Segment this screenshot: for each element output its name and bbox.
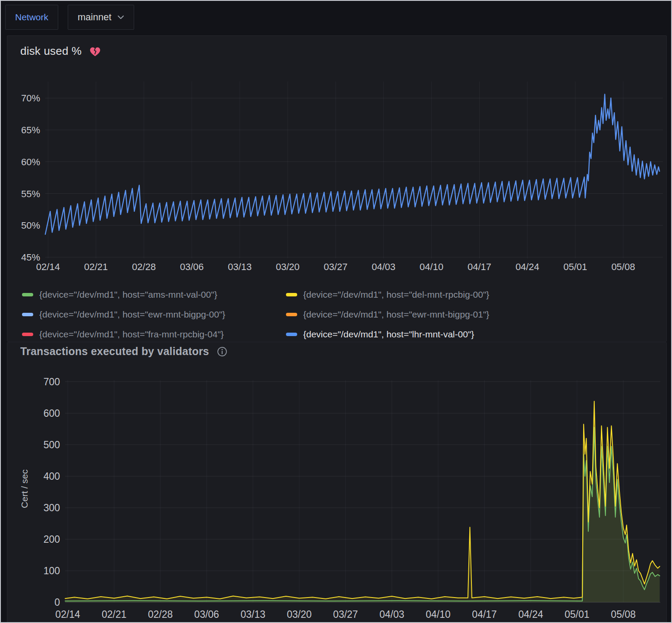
tx-by-validators-plot: 02/1402/2102/2803/0603/1303/2003/2704/03… xyxy=(7,370,666,623)
series-line xyxy=(65,428,660,601)
panel-disk-used-header: disk used % xyxy=(7,36,666,58)
x-tick-label: 03/06 xyxy=(194,609,219,620)
x-tick-label: 03/20 xyxy=(287,609,312,620)
panel-disk-used-title[interactable]: disk used % xyxy=(20,44,82,58)
x-tick-label: 04/10 xyxy=(420,261,443,272)
x-tick-label: 02/28 xyxy=(148,609,173,620)
series-line xyxy=(45,94,659,235)
x-tick-label: 04/17 xyxy=(472,609,497,620)
legend-series-label: {device="/dev/md1", host="ewr-mnt-bigpg-… xyxy=(39,309,225,320)
panel-transactions: Transactions executed by validators 02/1… xyxy=(7,342,667,623)
legend-series-label: {device="/dev/md1", host="del-mnt-rpcbig… xyxy=(303,289,489,300)
x-tick-label: 02/28 xyxy=(132,261,156,272)
y-tick-label: 0 xyxy=(54,597,60,608)
x-tick-label: 04/10 xyxy=(426,609,451,620)
chevron-down-icon[interactable] xyxy=(117,15,124,19)
y-tick-label: 500 xyxy=(44,439,60,450)
legend-item[interactable]: {device="/dev/md1", host="ams-mnt-val-00… xyxy=(22,285,286,305)
network-variable-dropdown[interactable]: mainnet xyxy=(68,5,134,30)
legend-series-label: {device="/dev/md1", host="ewr-mnt-bigpg-… xyxy=(303,309,489,320)
series-line xyxy=(65,401,660,599)
network-variable-label-box: Network xyxy=(5,5,58,30)
panel-transactions-header: Transactions executed by validators xyxy=(7,343,666,358)
legend-item[interactable]: {device="/dev/md1", host="ewr-mnt-bigpg-… xyxy=(22,305,286,324)
legend-series-dash xyxy=(22,333,33,336)
x-tick-label: 05/01 xyxy=(565,609,590,620)
x-tick-label: 04/17 xyxy=(468,261,491,272)
panel-transactions-title[interactable]: Transactions executed by validators xyxy=(20,345,209,358)
legend-series-label: {device="/dev/md1", host="ams-mnt-val-00… xyxy=(39,289,217,300)
broken-heart-icon xyxy=(89,46,101,57)
x-tick-label: 03/06 xyxy=(180,261,204,272)
legend-item[interactable]: {device="/dev/md1", host="fra-mnt-rpcbig… xyxy=(22,324,286,344)
legend-series-dash xyxy=(22,313,33,316)
y-tick-label: 200 xyxy=(44,534,60,545)
x-tick-label: 05/08 xyxy=(611,261,635,272)
y-axis-title: Cert / sec xyxy=(19,469,30,508)
x-tick-label: 02/14 xyxy=(36,261,60,272)
y-tick-label: 45% xyxy=(21,252,40,263)
legend-series-label: {device="/dev/md1", host="lhr-mnt-val-00… xyxy=(303,329,474,340)
legend-series-label: {device="/dev/md1", host="fra-mnt-rpcbig… xyxy=(39,329,224,340)
legend-item[interactable]: {device="/dev/md1", host="del-mnt-rpcbig… xyxy=(286,285,666,305)
info-circle-icon[interactable] xyxy=(217,346,227,357)
x-tick-label: 03/20 xyxy=(276,261,299,272)
y-tick-label: 100 xyxy=(44,565,60,576)
disk-legend: {device="/dev/md1", host="ams-mnt-val-00… xyxy=(7,285,666,344)
y-tick-label: 400 xyxy=(44,471,60,482)
x-tick-label: 05/01 xyxy=(563,261,587,272)
x-tick-label: 02/21 xyxy=(84,261,108,272)
disk-used-pct-plot: 02/1402/2102/2803/0603/1303/2003/2704/03… xyxy=(7,75,666,282)
y-tick-label: 70% xyxy=(21,93,40,104)
y-tick-label: 700 xyxy=(44,376,60,387)
grafana-dashboard: Network mainnet disk used % 02/1402/2102… xyxy=(0,0,672,623)
x-tick-label: 04/24 xyxy=(518,609,543,620)
x-tick-label: 05/08 xyxy=(611,609,636,620)
legend-item[interactable]: {device="/dev/md1", host="lhr-mnt-val-00… xyxy=(286,324,666,344)
y-tick-label: 300 xyxy=(44,502,60,513)
y-tick-label: 600 xyxy=(44,408,60,419)
legend-series-dash xyxy=(22,293,33,296)
y-tick-label: 60% xyxy=(21,157,40,167)
x-tick-label: 02/21 xyxy=(102,609,127,620)
x-tick-label: 03/13 xyxy=(241,609,266,620)
y-tick-label: 50% xyxy=(21,220,40,231)
y-tick-label: 65% xyxy=(21,125,40,135)
x-tick-label: 04/24 xyxy=(515,261,539,272)
x-tick-label: 03/13 xyxy=(228,261,251,272)
legend-series-dash xyxy=(286,313,297,316)
transactions-chart[interactable]: 02/1402/2102/2803/0603/1303/2003/2704/03… xyxy=(7,370,666,623)
x-tick-label: 04/03 xyxy=(380,609,405,620)
x-tick-label: 03/27 xyxy=(324,261,348,272)
x-tick-label: 03/27 xyxy=(333,609,358,620)
x-tick-label: 02/14 xyxy=(55,609,80,620)
x-tick-label: 04/03 xyxy=(372,261,396,272)
network-variable-label: Network xyxy=(15,12,48,22)
y-tick-label: 55% xyxy=(21,189,40,199)
network-variable-value[interactable]: mainnet xyxy=(78,12,111,23)
legend-item[interactable]: {device="/dev/md1", host="ewr-mnt-bigpg-… xyxy=(286,305,666,324)
legend-series-dash xyxy=(286,333,297,336)
panel-disk-used: disk used % 02/1402/2102/2803/0603/1303/… xyxy=(7,35,667,342)
disk-used-chart[interactable]: 02/1402/2102/2803/0603/1303/2003/2704/03… xyxy=(7,75,666,282)
legend-series-dash xyxy=(286,293,297,296)
